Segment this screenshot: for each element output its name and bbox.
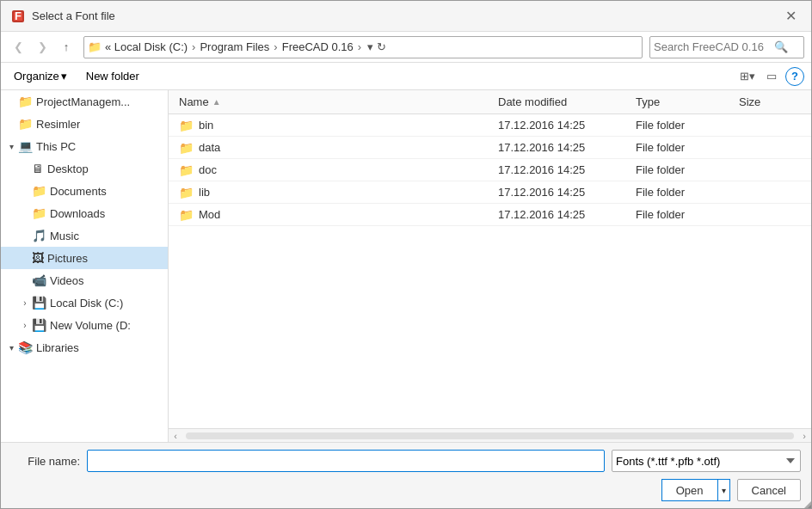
content-area: 📁ProjectManagem...📁Resimler▾💻This PC🖥Des…: [1, 90, 811, 442]
title-left: F Select a Font file: [11, 9, 115, 23]
sidebar-label-desktop: Desktop: [47, 163, 89, 175]
expand-icon-new-volume-d: ›: [18, 321, 32, 330]
resize-handle[interactable]: [797, 494, 811, 508]
dialog-title: Select a Font file: [32, 9, 115, 22]
buttons-row: Open ▾ Cancel: [11, 479, 801, 501]
app-icon: F: [11, 9, 25, 23]
file-list: 📁bin17.12.2016 14:25File folder📁data17.1…: [169, 114, 811, 428]
folder-icon-documents: 📁: [32, 184, 46, 198]
svg-text:F: F: [15, 9, 22, 22]
table-row[interactable]: 📁bin17.12.2016 14:25File folder: [169, 114, 811, 137]
folder-icon-libraries: 📚: [18, 340, 33, 354]
sort-arrow-name: ▲: [212, 97, 221, 107]
file-folder-icon: 📁: [179, 141, 194, 155]
file-name-cell: 📁doc: [175, 163, 495, 177]
organize-label: Organize: [14, 70, 59, 83]
h-scroll-left[interactable]: ‹: [169, 431, 182, 441]
address-dropdown-button[interactable]: ▾: [367, 40, 373, 53]
close-button[interactable]: ✕: [780, 6, 801, 27]
folder-icon-videos: 📹: [32, 273, 46, 287]
new-folder-button[interactable]: New folder: [80, 67, 145, 85]
folder-icon-project-manager: 📁: [18, 95, 33, 108]
folder-icon-new-volume-d: 💾: [32, 318, 46, 332]
filename-input[interactable]: [87, 450, 605, 472]
pane-button[interactable]: ▭: [761, 66, 782, 87]
file-folder-icon: 📁: [179, 186, 194, 199]
table-row[interactable]: 📁lib17.12.2016 14:25File folder: [169, 181, 811, 204]
h-scroll-right[interactable]: ›: [797, 431, 811, 441]
address-folder-icon: 📁: [88, 40, 102, 53]
column-name[interactable]: Name ▲: [175, 94, 495, 110]
table-header: Name ▲ Date modified Type Size: [169, 90, 811, 114]
expand-icon-local-disk-c: ›: [18, 298, 32, 308]
back-button[interactable]: ❮: [8, 37, 28, 58]
sidebar-item-music[interactable]: 🎵Music: [1, 224, 168, 247]
sidebar-label-videos: Videos: [50, 274, 84, 287]
sidebar-label-new-volume-d: New Volume (D:: [50, 319, 131, 332]
table-row[interactable]: 📁data17.12.2016 14:25File folder: [169, 137, 811, 159]
filetype-select[interactable]: Fonts (*.ttf *.pfb *.otf): [612, 450, 801, 472]
sidebar-label-documents: Documents: [50, 185, 107, 198]
expand-icon-this-pc: ▾: [4, 142, 18, 151]
sidebar-label-music: Music: [50, 230, 79, 242]
column-size[interactable]: Size: [735, 94, 804, 110]
file-name: data: [199, 141, 220, 154]
sidebar-label-this-pc: This PC: [36, 140, 76, 153]
sidebar-item-pictures[interactable]: 🖼Pictures: [1, 247, 168, 269]
help-button[interactable]: ?: [785, 67, 804, 86]
file-folder-icon: 📁: [179, 119, 194, 132]
address-toolbar: ❮ ❯ ↑ 📁 « Local Disk (C:) › Program File…: [1, 32, 811, 63]
address-part-1: « Local Disk (C:): [105, 40, 188, 53]
file-type-cell: File folder: [632, 208, 735, 221]
file-type-cell: File folder: [632, 141, 735, 154]
horizontal-scrollbar[interactable]: ‹ ›: [169, 428, 811, 442]
sidebar-item-new-volume-d[interactable]: ›💾New Volume (D:: [1, 314, 168, 336]
file-name-cell: 📁data: [175, 141, 495, 155]
filename-row: File name: Fonts (*.ttf *.pfb *.otf): [11, 450, 801, 472]
sidebar-item-this-pc[interactable]: ▾💻This PC: [1, 135, 168, 157]
open-button[interactable]: Open: [662, 480, 718, 500]
search-bar[interactable]: 🔍: [649, 36, 804, 58]
address-text: « Local Disk (C:) › Program Files › Free…: [105, 40, 364, 53]
sidebar-item-videos[interactable]: 📹Videos: [1, 269, 168, 291]
up-button[interactable]: ↑: [56, 37, 77, 58]
expand-icon-libraries: ▾: [4, 343, 18, 353]
sidebar-item-local-disk-c[interactable]: ›💾Local Disk (C:): [1, 291, 168, 314]
sidebar-label-downloads: Downloads: [50, 207, 105, 220]
forward-button[interactable]: ❯: [32, 37, 52, 58]
cancel-button[interactable]: Cancel: [737, 479, 801, 501]
folder-icon-downloads: 📁: [32, 206, 46, 220]
search-icon: 🔍: [774, 40, 788, 53]
left-panel: 📁ProjectManagem...📁Resimler▾💻This PC🖥Des…: [1, 90, 169, 442]
sidebar-item-desktop[interactable]: 🖥Desktop: [1, 157, 168, 180]
organize-button[interactable]: Organize ▾: [8, 67, 73, 85]
column-date[interactable]: Date modified: [495, 94, 632, 110]
file-name-cell: 📁lib: [175, 186, 495, 199]
address-part-3: FreeCAD 0.16: [282, 40, 354, 53]
folder-icon-desktop: 🖥: [32, 162, 44, 175]
h-scrollbar-track[interactable]: [186, 432, 794, 439]
table-row[interactable]: 📁Mod17.12.2016 14:25File folder: [169, 204, 811, 226]
table-row[interactable]: 📁doc17.12.2016 14:25File folder: [169, 159, 811, 181]
sidebar-item-resimler[interactable]: 📁Resimler: [1, 113, 168, 135]
address-refresh-button[interactable]: ↻: [377, 40, 386, 53]
sidebar-item-libraries[interactable]: ▾📚Libraries: [1, 336, 168, 359]
folder-icon-pictures: 🖼: [32, 251, 44, 265]
view-button[interactable]: ⊞ ▾: [737, 66, 758, 87]
column-type[interactable]: Type: [632, 94, 735, 110]
file-name-cell: 📁Mod: [175, 208, 495, 222]
filename-label: File name:: [11, 455, 80, 468]
file-name-cell: 📁bin: [175, 119, 495, 132]
search-input[interactable]: [654, 40, 774, 53]
sidebar-item-downloads[interactable]: 📁Downloads: [1, 202, 168, 224]
organize-toolbar: Organize ▾ New folder ⊞ ▾ ▭ ?: [1, 63, 811, 90]
file-folder-icon: 📁: [179, 208, 194, 222]
sidebar-item-documents[interactable]: 📁Documents: [1, 180, 168, 202]
file-name: Mod: [199, 208, 220, 221]
dialog: F Select a Font file ✕ ❮ ❯ ↑ 📁 « Local D…: [0, 0, 812, 509]
address-part-2: Program Files: [200, 40, 269, 53]
sidebar-item-project-manager[interactable]: 📁ProjectManagem...: [1, 90, 168, 113]
open-dropdown-button[interactable]: ▾: [718, 480, 729, 500]
sidebar-label-local-disk-c: Local Disk (C:): [50, 297, 123, 310]
address-bar[interactable]: 📁 « Local Disk (C:) › Program Files › Fr…: [83, 36, 643, 58]
